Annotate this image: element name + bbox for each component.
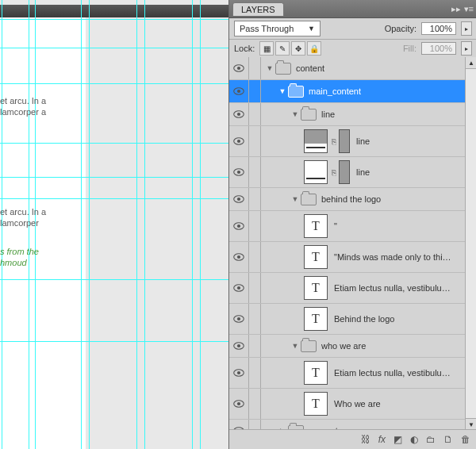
layer-name[interactable]: line [321, 109, 335, 119]
blend-mode-value: Pass Through [240, 24, 294, 33]
layers-tab[interactable]: LAYERS [232, 2, 284, 16]
layer-row[interactable]: ▼content [229, 57, 476, 80]
twist-open-icon[interactable]: ▼ [291, 110, 299, 118]
layer-name[interactable]: content [296, 63, 324, 73]
scroll-up-icon[interactable]: ▲ [466, 57, 476, 69]
visibility-eye-icon[interactable] [229, 358, 249, 388]
twist-open-icon[interactable]: ▼ [278, 87, 286, 95]
svg-point-13 [237, 224, 240, 228]
visibility-eye-icon[interactable] [229, 57, 249, 79]
guide-horizontal[interactable] [0, 19, 228, 20]
fill-input[interactable]: 100% [421, 42, 456, 55]
layer-name[interactable]: " [334, 221, 337, 231]
lock-transparent-icon[interactable]: ▦ [259, 41, 274, 56]
link-column [249, 304, 261, 334]
layer-tree: ▼content▼main_content▼line⎘line⎘line▼beh… [229, 57, 476, 430]
text-snippet-quote: s from thehmoud [0, 246, 83, 268]
opacity-flyout-icon[interactable]: ▸ [461, 21, 472, 36]
text-snippet: et arcu. In alamcorper [0, 206, 83, 228]
twist-open-icon[interactable]: ▼ [291, 195, 299, 203]
guide-horizontal[interactable] [0, 143, 228, 144]
guide-horizontal[interactable] [0, 177, 228, 178]
link-clip-icon: ⎘ [331, 168, 337, 177]
layer-row[interactable]: ▼main_content [229, 80, 476, 103]
visibility-eye-icon[interactable] [229, 242, 249, 272]
layer-row[interactable]: ▼line [229, 103, 476, 126]
collapse-icon[interactable]: ▸▸ [451, 4, 461, 14]
shape-layer-thumb [304, 129, 328, 153]
guide-horizontal[interactable] [0, 341, 228, 342]
layer-row[interactable]: ⎘line [229, 157, 476, 188]
layer-name[interactable]: who we are [321, 341, 366, 351]
visibility-eye-icon[interactable] [229, 103, 249, 125]
layer-name[interactable]: main_content [309, 86, 361, 96]
adjustment-icon[interactable]: ◐ [410, 434, 418, 445]
visibility-eye-icon[interactable] [229, 188, 249, 210]
guide-horizontal[interactable] [0, 48, 228, 48]
document-canvas[interactable]: et arcu. In alamcorper a et arcu. In ala… [0, 0, 228, 449]
opacity-input[interactable]: 100% [421, 22, 456, 35]
layer-row[interactable]: ▼behind the logo [229, 188, 476, 211]
layer-row[interactable]: T" [229, 211, 476, 242]
layer-row[interactable]: TEtiam lectus nulla, vestibulum vel luct… [229, 358, 476, 389]
lock-label: Lock: [234, 44, 255, 53]
new-group-icon[interactable]: 🗀 [426, 434, 436, 445]
layer-name[interactable]: Who we are [334, 399, 381, 409]
layer-row[interactable]: ▼who we are [229, 335, 476, 358]
layer-name[interactable]: "Minds was made only to think, but cre..… [334, 252, 453, 262]
visibility-eye-icon[interactable] [229, 335, 249, 357]
fill-flyout-icon[interactable]: ▸ [461, 41, 472, 56]
fill-label: Fill: [403, 44, 416, 53]
guide-horizontal[interactable] [0, 279, 228, 280]
layer-name[interactable]: line [356, 167, 370, 177]
text-layer-thumb: T [304, 361, 328, 385]
lock-all-icon[interactable]: 🔒 [307, 41, 321, 56]
link-column [249, 80, 261, 102]
guide-vertical[interactable] [144, 0, 145, 449]
scroll-down-icon[interactable]: ▼ [466, 418, 476, 430]
twist-open-icon[interactable]: ▼ [266, 64, 274, 72]
layer-name[interactable]: line [356, 136, 370, 146]
visibility-eye-icon[interactable] [229, 126, 249, 156]
visibility-eye-icon[interactable] [229, 80, 249, 102]
fx-icon[interactable]: fx [378, 434, 386, 445]
vector-mask-thumb[interactable] [339, 129, 350, 153]
guide-vertical[interactable] [192, 0, 193, 449]
folder-icon [301, 340, 317, 352]
text-layer-thumb: T [304, 307, 328, 331]
lock-position-icon[interactable]: ✥ [291, 41, 305, 56]
scrollbar[interactable]: ▲ ▼ [465, 57, 476, 430]
link-clip-icon: ⎘ [331, 137, 337, 146]
visibility-eye-icon[interactable] [229, 273, 249, 303]
layers-panel: LAYERS ▸▸ ▾≡ Pass Through ▼ Opacity: 100… [228, 0, 476, 449]
layer-name[interactable]: Behind the logo [334, 314, 394, 324]
panel-menu-icon[interactable]: ▾≡ [464, 4, 474, 14]
vector-mask-thumb[interactable] [339, 160, 350, 184]
guide-vertical[interactable] [89, 0, 90, 449]
twist-open-icon[interactable]: ▼ [291, 342, 299, 350]
visibility-eye-icon[interactable] [229, 157, 249, 187]
visibility-eye-icon[interactable] [229, 389, 249, 419]
guide-horizontal[interactable] [0, 198, 228, 199]
visibility-eye-icon[interactable] [229, 304, 249, 334]
guide-vertical[interactable] [136, 0, 137, 449]
guide-horizontal[interactable] [0, 83, 228, 84]
guide-vertical[interactable] [200, 0, 201, 449]
layer-row[interactable]: TEtiam lectus nulla, vestibulum vel luct… [229, 273, 476, 304]
layer-name[interactable]: Etiam lectus nulla, vestibulum vel luctu… [334, 368, 453, 378]
link-layers-icon[interactable]: ⛓ [361, 434, 370, 445]
layer-row[interactable]: TBehind the logo [229, 304, 476, 335]
mask-icon[interactable]: ◩ [393, 434, 402, 445]
layer-name[interactable]: behind the logo [321, 194, 381, 204]
link-column [249, 335, 261, 357]
layer-name[interactable]: Etiam lectus nulla, vestibulum vel luctu… [334, 283, 453, 293]
layer-row[interactable]: T"Minds was made only to think, but cre.… [229, 242, 476, 273]
layer-row[interactable]: TWho we are [229, 389, 476, 420]
blend-mode-select[interactable]: Pass Through ▼ [234, 21, 321, 36]
new-layer-icon[interactable]: 🗋 [443, 434, 453, 445]
delete-icon[interactable]: 🗑 [461, 434, 470, 445]
svg-point-3 [237, 90, 240, 93]
layer-row[interactable]: ⎘line [229, 126, 476, 157]
lock-pixels-icon[interactable]: ✎ [275, 41, 290, 56]
visibility-eye-icon[interactable] [229, 211, 249, 241]
